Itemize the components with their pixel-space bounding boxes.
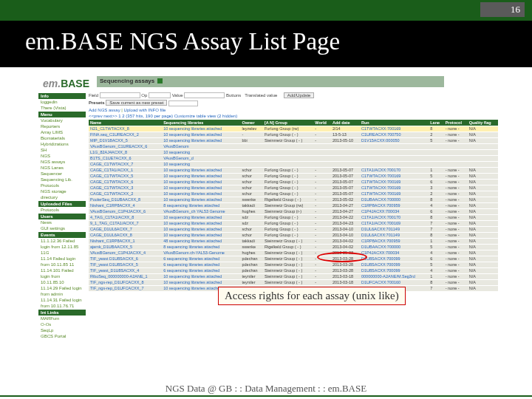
sidebar-item[interactable]: GBCS Portal bbox=[38, 333, 86, 339]
expand-icon[interactable] bbox=[157, 78, 163, 83]
sidebar-item[interactable]: Sequencer bbox=[38, 171, 86, 177]
sidebar-item[interactable]: Vocabulary bbox=[38, 117, 86, 123]
filter-op-input[interactable] bbox=[149, 92, 171, 98]
table-row[interactable]: CAGE_C1TA1/ACXX_110 sequencing libraries… bbox=[89, 167, 498, 173]
table-row[interactable]: VAusBGenom_C1UREACXX_6VAusBGenom bbox=[89, 143, 498, 149]
table-row[interactable]: 4_TAG_C1TA1/ACXX_810 sequencing librarie… bbox=[89, 214, 498, 220]
col-header[interactable]: World bbox=[313, 120, 331, 126]
sidebar-item[interactable]: Biomaterials bbox=[38, 135, 86, 141]
sidebar: InfologgedinThere (Vista)MenuVocabularyR… bbox=[38, 92, 86, 339]
add-ngs-assay-link[interactable]: Add NGS assay bbox=[89, 108, 120, 112]
col-header[interactable]: Protocol bbox=[444, 120, 468, 126]
sidebar-item[interactable]: 11.1.12.36 Failed login from 12.11.85 11… bbox=[38, 238, 86, 256]
paging-links[interactable]: <<prev next>> 1 2 (357 hits, 190 per pag… bbox=[89, 114, 174, 118]
col-header[interactable]: Name bbox=[89, 120, 162, 126]
sidebar-item[interactable]: NGS storage directory bbox=[38, 188, 86, 200]
sidebar-item[interactable]: loggedin bbox=[38, 99, 86, 105]
table-row[interactable]: PoolerSeq_D1UBAACXX_810 sequencing libra… bbox=[89, 197, 498, 202]
slide-top-accent: 16 bbox=[0, 0, 532, 21]
assay-table: NameSequencing librariesOwner[A N] Group… bbox=[89, 120, 498, 291]
col-header[interactable]: Sequencing libraries bbox=[162, 120, 240, 126]
sidebar-item[interactable]: NGS bbox=[38, 153, 86, 159]
sidebar-item[interactable]: SH bbox=[38, 147, 86, 153]
table-row[interactable]: CAGE_D1UL6ACXX_810 sequencing libraries … bbox=[89, 232, 498, 238]
table-row[interactable]: L1G_82AJ4ACXX_810 sequencing bbox=[89, 149, 498, 155]
sidebar-item[interactable]: GUI settings bbox=[38, 225, 86, 231]
presets-row: Presets Save current as new preset bbox=[89, 100, 498, 106]
panel-title-bar: Sequencing assays bbox=[97, 76, 444, 87]
table-row[interactable]: CAGE_C1TWTACXX_210 sequencing libraries … bbox=[89, 191, 498, 197]
col-header[interactable]: Run bbox=[360, 120, 429, 126]
sidebar-header: Menu bbox=[38, 112, 86, 117]
sidebar-item[interactable]: There (Vista) bbox=[38, 105, 86, 111]
highlight-circle bbox=[317, 252, 367, 262]
sidebar-item[interactable]: Protocols bbox=[38, 183, 86, 188]
table-row[interactable]: TIF_yeast_D1U8SACXX_46 sequencing librar… bbox=[89, 267, 498, 273]
embase-screenshot: em.BASE Sequencing assays InfologgedinTh… bbox=[0, 73, 532, 342]
sidebar-item[interactable]: SeqLp bbox=[38, 327, 86, 333]
save-preset-button[interactable]: Save current as new preset bbox=[106, 100, 167, 106]
table-row[interactable]: VAusBGenom_C1P4JACXX_6VAusBGenom_ch YAL5… bbox=[89, 208, 498, 214]
preset-name-input[interactable] bbox=[168, 100, 198, 106]
filter-field-input[interactable] bbox=[100, 92, 140, 98]
customize-table-link[interactable]: Customize table view (2 hidden) bbox=[174, 114, 237, 118]
sidebar-item[interactable]: 11.14 Failed login from 10.11.85 11 bbox=[38, 256, 86, 267]
embase-logo: em.BASE bbox=[38, 76, 94, 91]
upload-info-link[interactable]: Upload with INFO file bbox=[124, 108, 166, 112]
sidebar-header: Users bbox=[38, 214, 86, 219]
table-row[interactable]: Nishant_C1RP8ACXX_48 sequencing librarie… bbox=[89, 202, 498, 208]
sidebar-header: Events bbox=[38, 232, 86, 238]
sidebar-item[interactable]: NGS assays bbox=[38, 159, 86, 165]
sidebar-item[interactable]: 11.14.31 Failed login from 10.11.76.71 bbox=[38, 297, 86, 309]
table-row[interactable]: CAGE_C1TWTACXX_710 sequencing bbox=[89, 161, 498, 167]
slide-title: em.BASE NGS Assay List Page bbox=[0, 21, 532, 67]
sidebar-header: Uploaded Files bbox=[38, 201, 86, 207]
col-header[interactable]: [A N] Group bbox=[263, 120, 313, 126]
sidebar-item[interactable]: NGS Lanes bbox=[38, 165, 86, 171]
filter-row: Field Op Value Buttons Translated value … bbox=[89, 92, 498, 98]
sidebar-item[interactable]: Hybridizations bbox=[38, 141, 86, 147]
add-update-button[interactable]: Add/Update bbox=[284, 92, 315, 98]
table-row[interactable]: B1TS_C1UE7ACXX_6VAusBGenom_d bbox=[89, 155, 498, 161]
table-row[interactable]: CAGE_C1TWTACXX_510 sequencing libraries … bbox=[89, 173, 498, 179]
table-row[interactable]: FINA.seq_C1UREACXX_210 sequencing librar… bbox=[89, 132, 498, 137]
table-row[interactable]: TIF_ngs-rep_D1UFCACXX_810 sequencing lib… bbox=[89, 279, 498, 285]
table-row[interactable]: TIF_yeast D1U8SACXX_66 sequencing librar… bbox=[89, 256, 498, 262]
table-row[interactable]: CAGE_C1TWTACXX_610 sequencing libraries … bbox=[89, 179, 498, 185]
col-header[interactable]: Lane bbox=[429, 120, 443, 126]
sidebar-item[interactable]: 11.14.29 Failed login from admin bbox=[38, 285, 86, 297]
table-row[interactable]: ajemk_D1UBAACXX_58 sequencing libraries … bbox=[89, 244, 498, 250]
sidebar-item[interactable]: Array LIMS bbox=[38, 129, 86, 135]
table-row[interactable]: Nishant_C1RP8ACXX_148 sequencing librari… bbox=[89, 238, 498, 244]
table-row[interactable]: MIP_D1V18ACXX_510 sequencing libraries a… bbox=[89, 137, 498, 143]
table-row[interactable]: CAGE_D1UL6ACXX_710 sequencing libraries … bbox=[89, 226, 498, 232]
sidebar-item[interactable]: Protocols bbox=[38, 207, 86, 213]
sidebar-item[interactable]: O-Os bbox=[38, 321, 86, 327]
sidebar-header: Int Links bbox=[38, 310, 86, 316]
table-row[interactable]: CAGE_C1TWTACXX_310 sequencing libraries … bbox=[89, 185, 498, 191]
table-row[interactable]: 9_1_TAG_C1TA1/ACXX_710 sequencing librar… bbox=[89, 220, 498, 226]
slide-bottom-accent bbox=[0, 395, 532, 397]
slide-footer: NGS Data @ GB : : Data Management : : em… bbox=[0, 383, 532, 395]
sidebar-header: Info bbox=[38, 93, 86, 99]
sidebar-item[interactable]: Reporters bbox=[38, 123, 86, 129]
sidebar-item[interactable]: MARFum bbox=[38, 316, 86, 321]
sidebar-item[interactable]: Sequencing Lib. bbox=[38, 177, 86, 183]
sidebar-item[interactable]: 11.14.101 Failed login from 10.11.85.10 bbox=[38, 267, 86, 285]
table-row[interactable]: TIF_yeast D1U8SACXX_56 sequencing librar… bbox=[89, 262, 498, 267]
table-row[interactable]: N21_C1TWTACXX_810 sequencing libraries a… bbox=[89, 126, 498, 132]
page-number: 16 bbox=[480, 2, 525, 17]
sidebar-item[interactable]: News bbox=[38, 219, 86, 225]
col-header[interactable]: Quality flag bbox=[468, 120, 498, 126]
table-row[interactable]: VAusBGenom_C1P4JACXX_4VAusBGenom.ch-YAL5… bbox=[89, 250, 498, 256]
filter-value-input[interactable] bbox=[184, 92, 225, 98]
table-row[interactable]: RiboSeq_000000000-A2ANE_110 sequencing l… bbox=[89, 273, 498, 279]
callout-annotation: Access rights for each assay (unix like) bbox=[218, 287, 406, 305]
col-header[interactable]: Owner bbox=[240, 120, 263, 126]
col-header[interactable]: Add date bbox=[331, 120, 360, 126]
